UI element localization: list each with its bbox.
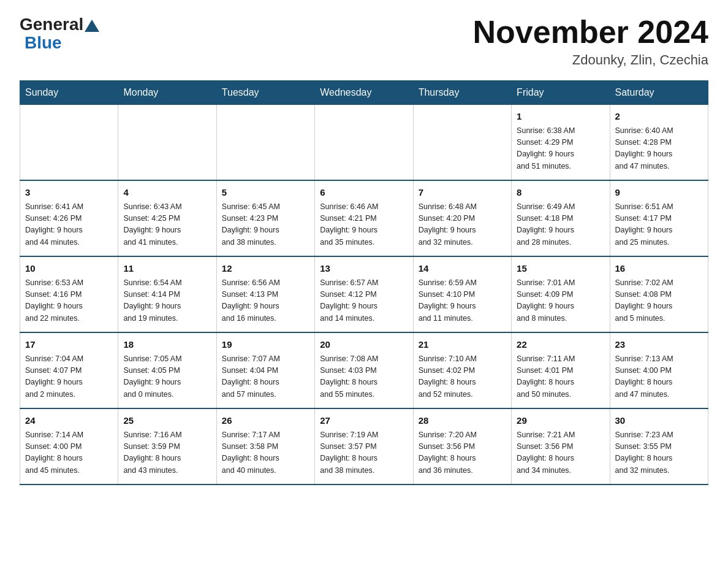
calendar-day-cell: 6Sunrise: 6:46 AM Sunset: 4:21 PM Daylig… (315, 180, 413, 256)
logo-blue-text: Blue (20, 33, 62, 53)
day-info: Sunrise: 7:08 AM Sunset: 4:03 PM Dayligh… (320, 353, 408, 401)
calendar-day-cell: 4Sunrise: 6:43 AM Sunset: 4:25 PM Daylig… (118, 180, 216, 256)
day-number: 24 (25, 414, 113, 428)
calendar-day-cell: 11Sunrise: 6:54 AM Sunset: 4:14 PM Dayli… (118, 256, 216, 332)
day-number: 16 (615, 262, 703, 276)
day-info: Sunrise: 6:41 AM Sunset: 4:26 PM Dayligh… (25, 201, 113, 249)
day-number: 23 (615, 338, 703, 352)
day-number: 25 (123, 414, 211, 428)
day-number: 20 (320, 338, 408, 352)
day-info: Sunrise: 6:45 AM Sunset: 4:23 PM Dayligh… (222, 201, 309, 249)
calendar-day-cell: 29Sunrise: 7:21 AM Sunset: 3:56 PM Dayli… (512, 408, 610, 484)
calendar-day-cell: 8Sunrise: 6:49 AM Sunset: 4:18 PM Daylig… (512, 180, 610, 256)
calendar-day-cell: 18Sunrise: 7:05 AM Sunset: 4:05 PM Dayli… (118, 332, 216, 408)
day-number: 27 (320, 414, 408, 428)
calendar-day-cell (20, 105, 118, 181)
title-block: November 2024 Zdounky, Zlin, Czechia (473, 15, 708, 68)
weekday-header-saturday: Saturday (610, 81, 708, 105)
calendar-day-cell (118, 105, 216, 181)
calendar-day-cell: 12Sunrise: 6:56 AM Sunset: 4:13 PM Dayli… (216, 256, 314, 332)
calendar-week-row: 24Sunrise: 7:14 AM Sunset: 4:00 PM Dayli… (20, 408, 708, 484)
day-info: Sunrise: 6:57 AM Sunset: 4:12 PM Dayligh… (320, 277, 408, 325)
page-header: General Blue November 2024 Zdounky, Zlin… (0, 0, 728, 75)
day-number: 15 (517, 262, 604, 276)
calendar-day-cell: 10Sunrise: 6:53 AM Sunset: 4:16 PM Dayli… (20, 256, 118, 332)
day-info: Sunrise: 6:49 AM Sunset: 4:18 PM Dayligh… (517, 201, 604, 249)
day-number: 3 (25, 186, 113, 200)
day-info: Sunrise: 7:19 AM Sunset: 3:57 PM Dayligh… (320, 429, 408, 477)
calendar-day-cell: 20Sunrise: 7:08 AM Sunset: 4:03 PM Dayli… (315, 332, 413, 408)
day-info: Sunrise: 6:43 AM Sunset: 4:25 PM Dayligh… (123, 201, 211, 249)
day-number: 6 (320, 186, 408, 200)
day-info: Sunrise: 7:14 AM Sunset: 4:00 PM Dayligh… (25, 429, 113, 477)
calendar-day-cell: 13Sunrise: 6:57 AM Sunset: 4:12 PM Dayli… (315, 256, 413, 332)
day-info: Sunrise: 7:07 AM Sunset: 4:04 PM Dayligh… (222, 353, 309, 401)
day-number: 10 (25, 262, 113, 276)
day-info: Sunrise: 7:21 AM Sunset: 3:56 PM Dayligh… (517, 429, 604, 477)
calendar-day-cell: 25Sunrise: 7:16 AM Sunset: 3:59 PM Dayli… (118, 408, 216, 484)
day-info: Sunrise: 6:53 AM Sunset: 4:16 PM Dayligh… (25, 277, 113, 325)
day-info: Sunrise: 6:51 AM Sunset: 4:17 PM Dayligh… (615, 201, 703, 249)
day-info: Sunrise: 6:38 AM Sunset: 4:29 PM Dayligh… (517, 125, 604, 173)
month-year-title: November 2024 (473, 15, 708, 50)
day-info: Sunrise: 7:11 AM Sunset: 4:01 PM Dayligh… (517, 353, 604, 401)
day-number: 30 (615, 414, 703, 428)
calendar-day-cell: 30Sunrise: 7:23 AM Sunset: 3:55 PM Dayli… (610, 408, 708, 484)
day-info: Sunrise: 7:10 AM Sunset: 4:02 PM Dayligh… (419, 353, 506, 401)
calendar-week-row: 17Sunrise: 7:04 AM Sunset: 4:07 PM Dayli… (20, 332, 708, 408)
weekday-header-tuesday: Tuesday (216, 81, 314, 105)
calendar-day-cell (413, 105, 511, 181)
calendar-day-cell: 5Sunrise: 6:45 AM Sunset: 4:23 PM Daylig… (216, 180, 314, 256)
calendar-day-cell (216, 105, 314, 181)
day-number: 29 (517, 414, 604, 428)
logo: General Blue (20, 15, 100, 53)
weekday-header-friday: Friday (512, 81, 610, 105)
day-info: Sunrise: 7:05 AM Sunset: 4:05 PM Dayligh… (123, 353, 211, 401)
day-number: 22 (517, 338, 604, 352)
day-info: Sunrise: 7:20 AM Sunset: 3:56 PM Dayligh… (419, 429, 506, 477)
day-number: 7 (419, 186, 506, 200)
calendar-day-cell: 3Sunrise: 6:41 AM Sunset: 4:26 PM Daylig… (20, 180, 118, 256)
day-number: 5 (222, 186, 309, 200)
day-number: 13 (320, 262, 408, 276)
calendar-day-cell: 22Sunrise: 7:11 AM Sunset: 4:01 PM Dayli… (512, 332, 610, 408)
weekday-header-monday: Monday (118, 81, 216, 105)
day-number: 17 (25, 338, 113, 352)
day-number: 14 (419, 262, 506, 276)
calendar-day-cell: 16Sunrise: 7:02 AM Sunset: 4:08 PM Dayli… (610, 256, 708, 332)
calendar-day-cell: 7Sunrise: 6:48 AM Sunset: 4:20 PM Daylig… (413, 180, 511, 256)
calendar-week-row: 1Sunrise: 6:38 AM Sunset: 4:29 PM Daylig… (20, 105, 708, 181)
day-info: Sunrise: 6:56 AM Sunset: 4:13 PM Dayligh… (222, 277, 309, 325)
day-number: 12 (222, 262, 309, 276)
day-info: Sunrise: 7:13 AM Sunset: 4:00 PM Dayligh… (615, 353, 703, 401)
calendar-day-cell: 2Sunrise: 6:40 AM Sunset: 4:28 PM Daylig… (610, 105, 708, 181)
day-number: 2 (615, 110, 703, 124)
calendar-day-cell: 24Sunrise: 7:14 AM Sunset: 4:00 PM Dayli… (20, 408, 118, 484)
weekday-header-sunday: Sunday (20, 81, 118, 105)
day-number: 19 (222, 338, 309, 352)
calendar-day-cell: 19Sunrise: 7:07 AM Sunset: 4:04 PM Dayli… (216, 332, 314, 408)
day-info: Sunrise: 6:59 AM Sunset: 4:10 PM Dayligh… (419, 277, 506, 325)
calendar-day-cell: 9Sunrise: 6:51 AM Sunset: 4:17 PM Daylig… (610, 180, 708, 256)
day-number: 9 (615, 186, 703, 200)
day-info: Sunrise: 7:23 AM Sunset: 3:55 PM Dayligh… (615, 429, 703, 477)
calendar-day-cell: 28Sunrise: 7:20 AM Sunset: 3:56 PM Dayli… (413, 408, 511, 484)
weekday-header-wednesday: Wednesday (315, 81, 413, 105)
day-info: Sunrise: 6:48 AM Sunset: 4:20 PM Dayligh… (419, 201, 506, 249)
day-number: 8 (517, 186, 604, 200)
calendar-day-cell: 27Sunrise: 7:19 AM Sunset: 3:57 PM Dayli… (315, 408, 413, 484)
calendar-table: SundayMondayTuesdayWednesdayThursdayFrid… (20, 80, 708, 485)
day-info: Sunrise: 7:04 AM Sunset: 4:07 PM Dayligh… (25, 353, 113, 401)
calendar-day-cell: 21Sunrise: 7:10 AM Sunset: 4:02 PM Dayli… (413, 332, 511, 408)
day-info: Sunrise: 6:46 AM Sunset: 4:21 PM Dayligh… (320, 201, 408, 249)
calendar-day-cell (315, 105, 413, 181)
day-number: 18 (123, 338, 211, 352)
day-info: Sunrise: 7:16 AM Sunset: 3:59 PM Dayligh… (123, 429, 211, 477)
day-info: Sunrise: 7:01 AM Sunset: 4:09 PM Dayligh… (517, 277, 604, 325)
calendar-day-cell: 17Sunrise: 7:04 AM Sunset: 4:07 PM Dayli… (20, 332, 118, 408)
day-number: 11 (123, 262, 211, 276)
calendar-day-cell: 26Sunrise: 7:17 AM Sunset: 3:58 PM Dayli… (216, 408, 314, 484)
day-info: Sunrise: 7:02 AM Sunset: 4:08 PM Dayligh… (615, 277, 703, 325)
day-number: 4 (123, 186, 211, 200)
logo-general-text: General (20, 15, 83, 34)
